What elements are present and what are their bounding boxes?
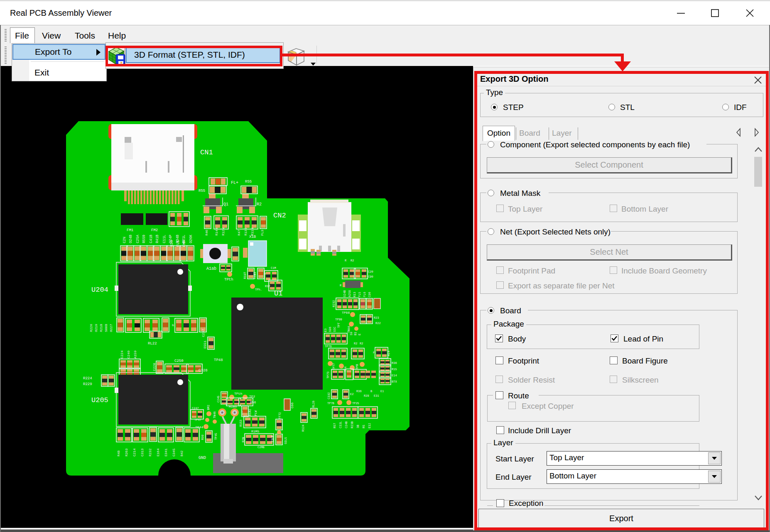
svg-text:R2: R2 [257,202,262,207]
svg-text:F: F [373,351,375,354]
svg-text:GND: GND [199,456,206,460]
svg-text:S24B: S24B [343,290,346,297]
svg-text:U205: U205 [91,396,108,404]
svg-text:RL26: RL26 [312,400,315,408]
svg-text:C90: C90 [368,275,373,278]
svg-text:E2: E2 [350,393,353,396]
svg-text:BTX: BTX [392,380,397,383]
svg-text:B42: B42 [180,450,184,456]
svg-text:C245: C245 [217,395,220,403]
svg-text:C1M: C1M [271,266,276,270]
svg-text:E3: E3 [324,329,327,332]
svg-text:A1ab: A1ab [229,405,237,408]
svg-text:FL5: FL5 [358,292,361,297]
svg-text:RL4: RL4 [387,351,390,356]
svg-text:C224: C224 [120,351,124,359]
svg-text:R57: R57 [333,423,336,428]
svg-text:R263: R263 [125,449,128,456]
svg-text:C41B: C41B [149,235,153,243]
svg-text:C24B: C24B [345,421,348,428]
svg-text:R46: R46 [205,229,208,236]
svg-text:TPB: TPB [356,364,359,369]
svg-text:TP47: TP47 [194,418,201,422]
svg-text:C25A: C25A [136,234,140,243]
svg-text:O219: O219 [94,324,98,332]
svg-text:C192: C192 [327,392,331,399]
svg-text:BM2: BM2 [207,405,210,410]
svg-text:R36: R36 [356,390,362,393]
svg-text:C66: C66 [290,402,294,408]
svg-text:E12: E12 [368,423,371,428]
svg-text:R124: R124 [302,425,305,432]
svg-text:TP44: TP44 [195,425,203,429]
svg-text:S3C: S3C [333,327,336,332]
svg-text:R28: R28 [364,394,369,398]
svg-text:TP25: TP25 [352,402,359,405]
svg-text:TP76: TP76 [325,345,332,348]
svg-text:TPh.: TPh. [255,288,262,291]
svg-text:R23: R23 [374,316,379,320]
svg-text:E: E [358,334,361,335]
svg-text:FF72: FF72 [278,412,282,419]
svg-text:C250: C250 [174,359,184,363]
svg-text:R220: R220 [89,324,93,332]
svg-text:R232: R232 [148,449,152,456]
svg-text:R232: R232 [332,300,336,307]
svg-text:R56: R56 [250,400,256,404]
svg-text:U204: U204 [91,286,108,294]
svg-text:S9: S9 [350,332,353,335]
svg-text:R22: R22 [375,322,381,325]
svg-text:G: G [172,323,174,327]
svg-text:E341: E341 [164,449,168,456]
svg-text:R2: R2 [360,342,363,345]
svg-text:C237: C237 [201,329,205,337]
svg-text:R21L: R21L [182,235,186,243]
svg-text:R559: R559 [142,235,146,243]
svg-text:FL+: FL+ [231,181,238,185]
svg-text:R12N: R12N [221,228,225,236]
svg-text:CN2: CN2 [273,212,286,220]
svg-text:O26K: O26K [189,234,193,243]
svg-text:RL22: RL22 [148,342,157,346]
svg-text:E551: E551 [203,341,207,349]
svg-text:C345: C345 [172,449,176,456]
svg-text:C2N: C2N [123,237,127,243]
svg-text:C328: C328 [199,368,208,373]
svg-text:R2: R2 [351,259,354,262]
svg-text:R15: R15 [392,368,397,371]
svg-text:R23B: R23B [351,421,354,428]
svg-text:R47: R47 [237,229,241,236]
svg-text:C96: C96 [368,292,371,297]
svg-text:R2: R2 [354,342,357,345]
svg-text:R41B: R41B [155,235,159,243]
svg-text:21LB: 21LB [271,435,274,442]
svg-text:G1L5: G1L5 [284,437,287,444]
svg-text:R14B: R14B [215,228,218,236]
svg-text:C313: C313 [140,449,144,456]
svg-text:TNdd: TNdd [347,326,351,333]
svg-text:X1B: X1B [249,235,256,239]
svg-text:R36: R36 [392,361,397,365]
svg-text:R2N: R2N [242,437,245,442]
svg-text:TPth: TPth [234,392,242,395]
svg-text:C1B3: C1B3 [253,272,257,279]
svg-text:R37: R37 [265,285,270,288]
svg-text:R153: R153 [239,420,243,427]
svg-text:C240: C240 [127,351,130,359]
svg-text:R55: R55 [199,189,205,193]
svg-text:R224: R224 [83,376,92,381]
svg-text:TP99: TP99 [335,318,342,321]
svg-text:R139: R139 [244,228,248,236]
svg-text:B1: B1 [354,332,357,335]
svg-text:3B: 3B [356,425,360,428]
svg-text:C20: C20 [368,270,373,273]
svg-text:TP66: TP66 [342,311,350,315]
svg-text:TP45: TP45 [214,433,218,440]
svg-text:R55: R55 [245,180,252,184]
svg-text:R1M5: R1M5 [251,430,259,433]
svg-text:O24B: O24B [129,235,133,243]
svg-text:R1R2: R1R2 [248,409,252,416]
svg-text:O227: O227 [109,324,113,332]
svg-text:R13: R13 [353,292,356,297]
svg-text:E31: E31 [374,394,379,398]
